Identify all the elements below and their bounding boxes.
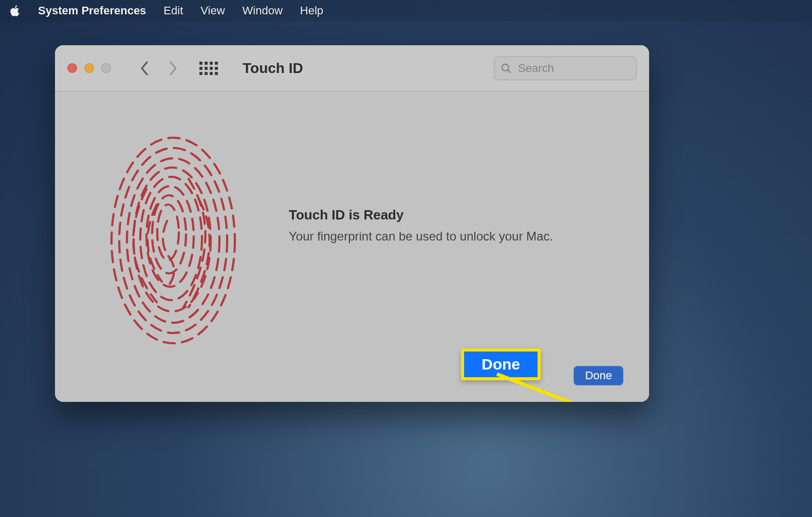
zoom-button[interactable]: [101, 63, 111, 73]
preferences-window: Touch ID: [55, 45, 649, 402]
pane-title: Touch ID: [243, 60, 303, 77]
show-all-icon[interactable]: [199, 62, 218, 75]
done-button[interactable]: Done: [574, 366, 623, 385]
search-input[interactable]: [517, 61, 649, 76]
svg-point-9: [157, 205, 179, 260]
svg-line-1: [508, 69, 510, 72]
menu-view[interactable]: View: [200, 4, 225, 17]
svg-point-5: [134, 168, 211, 311]
app-name[interactable]: System Preferences: [38, 4, 146, 17]
status-heading: Touch ID is Ready: [289, 207, 608, 223]
status-text: Touch ID is Ready Your fingerprint can b…: [289, 207, 608, 244]
menu-edit[interactable]: Edit: [163, 4, 183, 17]
menu-help[interactable]: Help: [300, 4, 323, 17]
apple-menu-icon[interactable]: [9, 5, 21, 17]
search-field[interactable]: [494, 57, 637, 80]
close-button[interactable]: [67, 63, 77, 73]
minimize-button[interactable]: [84, 63, 94, 73]
nav-arrows: [140, 61, 178, 76]
window-body: Touch ID is Ready Your fingerprint can b…: [55, 91, 649, 402]
menubar: System Preferences Edit View Window Help: [0, 0, 812, 22]
window-titlebar: Touch ID: [55, 45, 649, 91]
back-button[interactable]: [140, 61, 149, 76]
fingerprint-icon: [106, 133, 240, 348]
traffic-lights: [67, 63, 111, 73]
forward-button[interactable]: [169, 61, 178, 76]
menu-window[interactable]: Window: [243, 4, 283, 17]
search-icon: [501, 63, 512, 74]
status-subtext: Your fingerprint can be used to unlock y…: [289, 229, 608, 244]
annotation-done-callout: Done: [461, 348, 541, 380]
